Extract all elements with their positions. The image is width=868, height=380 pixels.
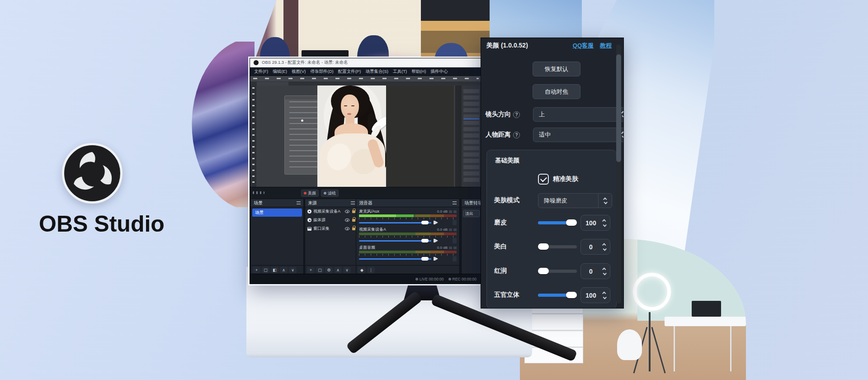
scene-filters-button[interactable]: ◧	[271, 267, 278, 273]
source-row[interactable]: 窗口采集	[305, 224, 358, 233]
rosy-slider[interactable]	[538, 270, 577, 273]
speaker-icon[interactable]	[435, 239, 438, 242]
panel-scrollbar[interactable]	[616, 44, 621, 304]
channel-settings-icon[interactable]	[453, 210, 457, 213]
volume-handle[interactable]	[421, 257, 429, 261]
audio-meter	[359, 214, 457, 217]
scene-up-button[interactable]: ∧	[280, 267, 288, 273]
menu-plugin-center[interactable]: 插件中心	[428, 69, 450, 75]
remove-scene-button[interactable]: ▢	[262, 267, 269, 273]
face-3d-slider[interactable]	[538, 294, 577, 297]
menu-tools[interactable]: 工具(T)	[391, 69, 409, 75]
help-icon[interactable]: ?	[513, 132, 520, 138]
skin-mode-select[interactable]: 降噪磨皮	[538, 193, 612, 208]
caret-down-icon[interactable]	[603, 295, 606, 299]
add-scene-button[interactable]: +	[253, 267, 260, 273]
qq-support-link[interactable]: QQ客服	[573, 42, 594, 50]
channel-settings-icon[interactable]	[453, 247, 457, 249]
menu-help[interactable]: 帮助(H)	[409, 69, 428, 75]
channel-more-button[interactable]	[453, 220, 457, 225]
source-properties-button[interactable]: ⚙	[325, 267, 333, 273]
tab-filter-label: 滤镜	[328, 190, 336, 196]
menu-scene-collection[interactable]: 场景集合(S)	[363, 69, 391, 75]
volume-handle[interactable]	[421, 221, 429, 224]
obs-preview[interactable]	[250, 76, 481, 187]
remove-source-button[interactable]: ▢	[316, 267, 324, 273]
menu-view[interactable]: 视图(V)	[289, 69, 308, 75]
whitening-spinbox[interactable]: 0	[580, 239, 610, 255]
volume-slider[interactable]	[359, 238, 457, 243]
sources-dock-header[interactable]: 来源	[305, 199, 358, 207]
caret-down-icon[interactable]	[603, 247, 606, 251]
channel-more-button[interactable]	[453, 238, 457, 243]
channel-settings-icon[interactable]	[449, 247, 452, 249]
whitening-slider[interactable]	[538, 245, 577, 248]
scenes-dock-header[interactable]: 场景	[251, 199, 303, 207]
tab-filter[interactable]: 滤镜	[321, 190, 339, 197]
menu-docks[interactable]: 停靠部件(D)	[308, 69, 335, 75]
caret-up-icon[interactable]	[602, 267, 606, 271]
slider-handle[interactable]	[566, 292, 577, 298]
meter-ticks	[359, 218, 457, 219]
menu-file[interactable]: 文件(F)	[252, 69, 270, 75]
obs-title-bar[interactable]: OBS 29.1.3 - 配置文件: 未命名 - 场景: 未命名	[250, 58, 481, 67]
dock-menu-icon[interactable]	[297, 201, 301, 204]
source-row[interactable]: 视频采集设备A	[305, 207, 358, 216]
visibility-icon[interactable]	[345, 210, 349, 213]
caret-up-icon[interactable]	[602, 219, 606, 223]
transitions-dock-header[interactable]: 场景转场	[462, 199, 481, 207]
help-icon[interactable]: ?	[513, 111, 520, 118]
add-source-button[interactable]: +	[307, 267, 315, 273]
camera-direction-select[interactable]: 上	[533, 107, 624, 122]
slider-handle[interactable]	[566, 219, 577, 226]
smoothing-slider[interactable]	[538, 221, 577, 224]
speaker-icon[interactable]	[435, 221, 438, 224]
volume-slider[interactable]	[359, 220, 457, 225]
smoothing-spinbox[interactable]: 100	[580, 215, 610, 231]
menu-profile[interactable]: 配置文件(P)	[336, 69, 363, 75]
auto-focus-button[interactable]: 自动对焦	[533, 84, 580, 99]
slider-handle[interactable]	[538, 268, 549, 274]
select-spinner[interactable]	[598, 194, 612, 208]
mixer-more-button[interactable]: ⋮	[367, 267, 375, 273]
scrollbar-thumb[interactable]	[616, 54, 621, 162]
channel-settings-icon[interactable]	[449, 210, 452, 213]
volume-slider[interactable]	[359, 256, 457, 261]
dock-menu-icon[interactable]	[351, 201, 355, 204]
precise-skin-checkbox[interactable]	[538, 174, 549, 185]
rosy-spinbox[interactable]: 0	[580, 263, 610, 279]
lock-icon[interactable]	[352, 228, 355, 230]
channel-settings-icon[interactable]	[449, 228, 452, 231]
ring-light	[633, 273, 671, 311]
tutorial-link[interactable]: 教程	[600, 42, 612, 50]
visibility-icon[interactable]	[345, 218, 349, 222]
caret-up-icon[interactable]	[602, 291, 606, 295]
tab-beauty[interactable]: 美颜	[301, 190, 319, 197]
dock-menu-icon[interactable]	[453, 201, 457, 204]
source-up-button[interactable]: ∧	[334, 267, 342, 273]
volume-handle[interactable]	[421, 239, 429, 242]
skin-mode-value: 降噪磨皮	[538, 197, 598, 205]
caret-up-icon[interactable]	[602, 243, 606, 247]
source-row[interactable]: 媒体源	[305, 216, 358, 224]
speaker-icon[interactable]	[435, 257, 438, 261]
face-3d-spinbox[interactable]: 100	[580, 287, 610, 303]
menu-edit[interactable]: 编辑(E)	[270, 69, 289, 75]
scene-down-button[interactable]: ∨	[289, 267, 297, 273]
mixer-pen-button[interactable]: ◆	[358, 267, 366, 273]
source-down-button[interactable]: ∨	[343, 267, 351, 273]
visibility-icon[interactable]	[345, 227, 349, 230]
channel-settings-icon[interactable]	[453, 228, 457, 231]
precise-skin-label: 精准美肤	[553, 175, 578, 183]
caret-down-icon[interactable]	[603, 223, 606, 227]
scene-item-selected[interactable]: 场景	[252, 209, 302, 217]
caret-down-icon[interactable]	[603, 271, 606, 275]
mixer-dock-header[interactable]: 混音器	[356, 199, 459, 207]
slider-handle[interactable]	[538, 243, 549, 250]
lock-icon[interactable]	[352, 210, 355, 213]
channel-more-button[interactable]	[453, 256, 457, 261]
lock-icon[interactable]	[352, 219, 355, 222]
transition-select[interactable]: 淡出	[463, 210, 480, 217]
person-distance-select[interactable]: 适中	[533, 128, 624, 142]
restore-defaults-button[interactable]: 恢复默认	[533, 62, 580, 76]
